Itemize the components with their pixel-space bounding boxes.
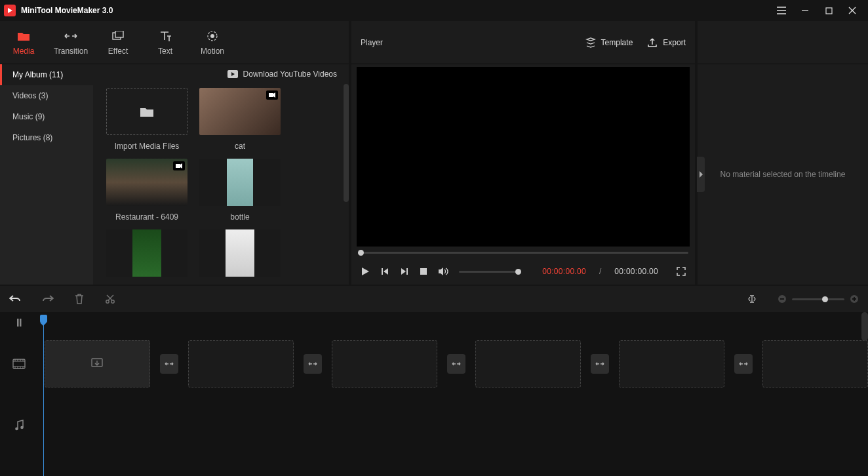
fit-button[interactable] [747, 294, 757, 304]
clip-slot[interactable] [45, 340, 150, 387]
tab-effect[interactable]: Effect [94, 21, 142, 64]
tab-label: Motion [201, 47, 224, 56]
motion-icon [207, 30, 218, 43]
timeline [0, 312, 868, 476]
time-separator: / [599, 267, 601, 276]
export-icon [647, 37, 658, 48]
media-item-label: cat [235, 142, 245, 151]
clip-slot[interactable] [475, 340, 581, 387]
sidebar-item-label: Music (9) [12, 112, 45, 121]
zoom-control [778, 294, 859, 304]
sidebar-item-label: Pictures (8) [12, 133, 52, 142]
clip-slot[interactable] [762, 340, 868, 387]
player-panel: Player Template Export [351, 21, 695, 285]
video-preview [357, 67, 690, 247]
video-badge-icon [266, 90, 278, 100]
media-item-label: Import Media Files [115, 142, 180, 151]
properties-empty-text: No material selected on the timeline [720, 170, 846, 179]
app-logo [4, 5, 16, 16]
svg-rect-16 [406, 268, 408, 275]
svg-marker-0 [8, 8, 12, 13]
clip-slot[interactable] [332, 340, 437, 387]
tab-label: Media [13, 47, 35, 56]
drop-here-icon [90, 358, 104, 370]
template-button[interactable]: Template [585, 37, 633, 48]
fullscreen-button[interactable] [677, 267, 686, 276]
next-frame-button[interactable] [400, 267, 409, 276]
audio-track[interactable] [38, 395, 868, 456]
redo-button[interactable] [42, 294, 54, 304]
clip-slot[interactable] [188, 340, 294, 387]
media-item-bottle[interactable]: bottle [199, 159, 281, 222]
minimize-icon[interactable] [793, 0, 817, 21]
transition-slot[interactable] [160, 354, 178, 374]
media-item-cat[interactable]: cat [199, 88, 281, 151]
module-tabs: Media Transition Effect Text [0, 21, 349, 64]
stop-button[interactable] [420, 268, 427, 275]
video-badge-icon [173, 161, 185, 170]
properties-panel: No material selected on the timeline [698, 21, 868, 285]
media-sidebar: My Album (11) Videos (3) Music (9) Pictu… [0, 64, 93, 285]
undo-button[interactable] [9, 294, 21, 304]
svg-marker-15 [401, 268, 406, 275]
ruler-head [0, 312, 38, 333]
timeline-vscrollbar[interactable] [861, 312, 868, 476]
transition-slot[interactable] [304, 354, 322, 374]
transition-slot[interactable] [734, 354, 753, 374]
media-item-label [146, 283, 148, 285]
svg-point-4 [210, 34, 214, 38]
sidebar-item-videos[interactable]: Videos (3) [0, 85, 93, 106]
svg-point-28 [20, 426, 24, 429]
template-label: Template [601, 38, 633, 47]
seek-bar[interactable] [357, 247, 690, 258]
media-item-plant[interactable] [106, 229, 187, 285]
transition-slot[interactable] [447, 354, 465, 374]
svg-point-21 [111, 300, 114, 303]
volume-slider[interactable] [459, 271, 521, 273]
zoom-in-button[interactable] [850, 294, 859, 304]
sidebar-item-myalbum[interactable]: My Album (11) [0, 64, 93, 85]
player-title: Player [361, 38, 383, 47]
zoom-slider[interactable] [792, 298, 844, 300]
export-button[interactable]: Export [647, 37, 686, 48]
delete-button[interactable] [75, 294, 84, 304]
app-title: MiniTool MovieMaker 3.0 [21, 6, 113, 15]
clip-slot[interactable] [619, 340, 724, 387]
time-total: 00:00:00.00 [614, 267, 658, 276]
svg-rect-8 [269, 93, 273, 97]
hamburger-menu-icon[interactable] [770, 0, 793, 21]
tab-label: Text [158, 47, 172, 56]
media-scrollbar[interactable] [344, 84, 349, 285]
svg-point-20 [106, 300, 109, 303]
title-bar: MiniTool MovieMaker 3.0 [0, 0, 868, 21]
play-button[interactable] [361, 267, 370, 276]
tab-media[interactable]: Media [0, 21, 47, 64]
import-media-button[interactable]: Import Media Files [106, 88, 187, 151]
media-item-restaurant[interactable]: Restaurant - 6409 [106, 159, 187, 222]
sidebar-item-music[interactable]: Music (9) [0, 106, 93, 127]
timeline-ruler[interactable] [38, 312, 868, 333]
tab-text[interactable]: Text [142, 21, 189, 64]
folder-icon [17, 30, 30, 43]
volume-button[interactable] [438, 267, 448, 276]
split-button[interactable] [105, 294, 115, 304]
maximize-icon[interactable] [817, 0, 840, 21]
close-icon[interactable] [840, 0, 864, 21]
sidebar-item-pictures[interactable]: Pictures (8) [0, 127, 93, 148]
template-icon [585, 37, 596, 48]
panel-collapse-button[interactable] [697, 157, 705, 192]
video-track-head [0, 333, 38, 395]
media-item-desk[interactable] [199, 229, 281, 285]
prev-frame-button[interactable] [380, 267, 389, 276]
tab-transition[interactable]: Transition [47, 21, 94, 64]
media-item-label: Restaurant - 6409 [115, 212, 178, 222]
media-item-label [239, 283, 241, 285]
sidebar-item-label: My Album (11) [12, 70, 63, 79]
zoom-out-button[interactable] [778, 294, 787, 304]
media-grid: Import Media Files cat [93, 84, 349, 285]
video-track[interactable] [38, 333, 868, 395]
tab-motion[interactable]: Motion [189, 21, 236, 64]
folder-add-icon [140, 106, 154, 117]
transition-slot[interactable] [591, 354, 609, 374]
download-youtube-link[interactable]: Download YouTube Videos [243, 69, 337, 79]
